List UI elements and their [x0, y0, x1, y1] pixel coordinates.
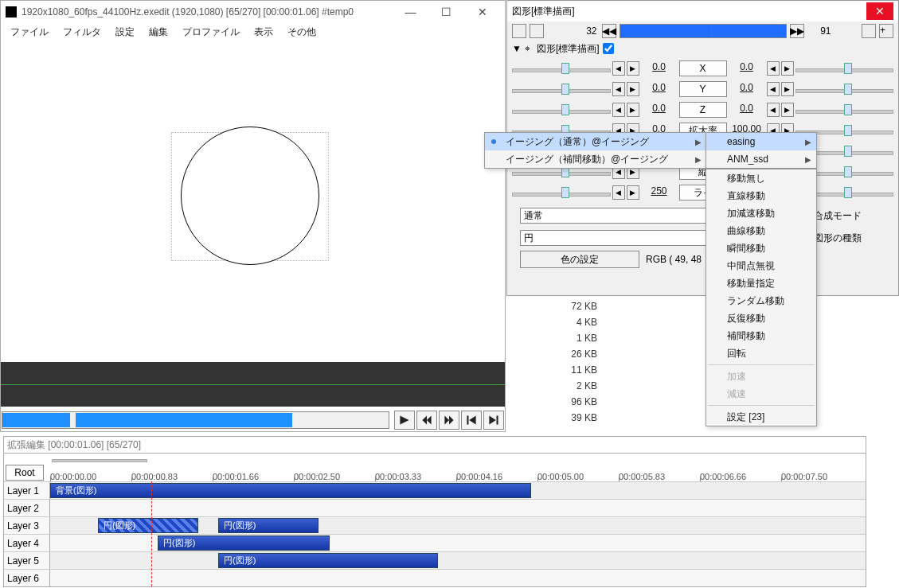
menu-file[interactable]: ファイル — [4, 24, 55, 41]
color-settings-button[interactable]: 色の設定 — [520, 251, 639, 268]
mouse-icon[interactable]: ⌖ — [525, 43, 530, 54]
increment-button[interactable]: ▶ — [781, 82, 794, 96]
property-titlebar[interactable]: 図形[標準描画] ✕ — [507, 1, 898, 21]
timeline-clip[interactable]: 円(図形) — [218, 518, 319, 533]
param-label-button[interactable]: Y — [679, 81, 727, 97]
property-close-button[interactable]: ✕ — [866, 2, 893, 20]
go-end-button[interactable] — [483, 411, 504, 430]
context-item[interactable]: easing▶ — [706, 133, 816, 150]
context-menu-scripts[interactable]: イージング（通常）@イージング ▶ イージング（補間移動）@イージング ▶ — [484, 132, 707, 169]
timeline-layer[interactable]: Layer 4円(図形) — [4, 534, 866, 551]
slider-right[interactable] — [795, 102, 894, 118]
layer-track[interactable]: 円(図形) — [50, 535, 866, 551]
layer-track[interactable] — [50, 570, 866, 586]
context-menu-movetype[interactable]: 移動無し直線移動加減速移動曲線移動瞬間移動中間点無視移動量指定ランダム移動反復移… — [706, 169, 817, 426]
increment-button[interactable]: ▶ — [627, 103, 639, 117]
context-item[interactable]: ANM_ssd▶ — [706, 150, 816, 168]
timeline-zoom-slider[interactable] — [52, 455, 147, 463]
increment-button[interactable]: ▶ — [781, 103, 794, 117]
slider-right[interactable] — [795, 81, 894, 97]
tool-icon-3[interactable] — [862, 24, 876, 38]
slider-left[interactable] — [512, 60, 611, 76]
decrement-button[interactable]: ◀ — [612, 61, 625, 76]
forward-button[interactable]: ▶▶ — [790, 24, 804, 38]
value-left[interactable]: 0.0 — [641, 82, 678, 96]
tool-icon-1[interactable] — [512, 24, 526, 38]
play-button[interactable] — [394, 411, 415, 430]
layer-name[interactable]: Layer 6 — [4, 570, 50, 586]
collapse-arrow-icon[interactable]: ▼ — [512, 43, 522, 54]
value-right[interactable]: 0.0 — [729, 61, 765, 76]
value-right[interactable]: 0.0 — [729, 103, 765, 117]
timeline-clip[interactable]: 背景(図形) — [50, 483, 531, 498]
context-item-easing-normal[interactable]: イージング（通常）@イージング ▶ — [485, 133, 706, 150]
slider-right[interactable] — [795, 60, 894, 76]
timeline-clip[interactable]: 円(図形) — [218, 553, 438, 568]
slider-left[interactable] — [512, 185, 611, 201]
timeline-layer[interactable]: Layer 5円(図形) — [4, 551, 866, 569]
menu-other[interactable]: その他 — [281, 24, 322, 41]
context-item-easing-interp[interactable]: イージング（補間移動）@イージング ▶ — [485, 150, 706, 168]
rewind-button[interactable]: ◀◀ — [602, 24, 616, 38]
increment-button[interactable]: ▶ — [627, 61, 639, 76]
context-item[interactable]: 直線移動 — [706, 187, 816, 204]
decrement-button[interactable]: ◀ — [767, 103, 780, 117]
context-item-settings[interactable]: 設定 [23] — [706, 408, 816, 426]
slider-left[interactable] — [512, 102, 611, 118]
layer-track[interactable]: 円(図形)円(図形) — [50, 517, 866, 534]
prev-frame-button[interactable] — [416, 411, 437, 430]
decrement-button[interactable]: ◀ — [767, 61, 780, 76]
tool-icon-2[interactable] — [530, 24, 544, 38]
menu-edit[interactable]: 編集 — [143, 24, 174, 41]
menu-profile[interactable]: プロファイル — [176, 24, 246, 41]
layer-track[interactable]: 背景(図形) — [50, 482, 866, 499]
layer-name[interactable]: Layer 1 — [4, 482, 50, 499]
play-track[interactable] — [2, 411, 389, 429]
layer-name[interactable]: Layer 3 — [4, 517, 50, 534]
context-item[interactable]: 回転 — [706, 345, 816, 362]
close-button[interactable]: ✕ — [464, 1, 500, 23]
timeline-layer[interactable]: Layer 6 — [4, 569, 866, 586]
context-item[interactable]: ランダム移動 — [706, 292, 816, 310]
timeline-cursor[interactable] — [151, 481, 152, 586]
layer-name[interactable]: Layer 4 — [4, 535, 50, 551]
layer-name[interactable]: Layer 5 — [4, 552, 50, 569]
timeline-ruler[interactable]: Root 00:00:00.0000:00:00.8300:00:01.6600… — [4, 453, 866, 481]
go-start-button[interactable] — [461, 411, 482, 430]
timeline-layer[interactable]: Layer 1背景(図形) — [4, 481, 866, 499]
menu-view[interactable]: 表示 — [248, 24, 279, 41]
minimize-button[interactable]: — — [393, 1, 428, 23]
next-frame-button[interactable] — [439, 411, 459, 430]
layer-name[interactable]: Layer 2 — [4, 500, 50, 516]
value-left[interactable]: 0.0 — [641, 103, 678, 117]
slider-left[interactable] — [512, 81, 611, 97]
context-item[interactable]: 反復移動 — [706, 310, 816, 327]
decrement-button[interactable]: ◀ — [612, 103, 625, 117]
value-left[interactable]: 0.0 — [641, 61, 678, 76]
value-left[interactable]: 250 — [641, 185, 678, 200]
context-item[interactable]: 補間移動 — [706, 327, 816, 345]
increment-button[interactable]: ▶ — [627, 185, 639, 200]
timeline-clip[interactable]: 円(図形) — [98, 518, 198, 533]
decrement-button[interactable]: ◀ — [612, 185, 625, 200]
property-enable-checkbox[interactable] — [603, 43, 614, 54]
tool-icon-4[interactable]: + — [879, 24, 893, 38]
timeline-root-button[interactable]: Root — [6, 465, 44, 481]
context-item[interactable]: 曲線移動 — [706, 222, 816, 239]
preview-canvas[interactable] — [1, 47, 505, 351]
layer-track[interactable]: 円(図形) — [50, 552, 866, 569]
param-label-button[interactable]: Z — [679, 102, 727, 118]
timeline-clip[interactable]: 円(図形) — [158, 535, 330, 551]
timeline-layer[interactable]: Layer 2 — [4, 499, 866, 516]
preview-titlebar[interactable]: 1920x1080_60fps_44100Hz.exedit (1920,108… — [1, 1, 505, 23]
context-menu-category[interactable]: easing▶ANM_ssd▶ — [706, 132, 817, 169]
context-item[interactable]: 加減速移動 — [706, 204, 816, 222]
timeline-layer[interactable]: Layer 3円(図形)円(図形) — [4, 516, 866, 534]
context-item[interactable]: 移動無し — [706, 169, 816, 187]
frame-progress[interactable] — [620, 24, 787, 38]
context-item[interactable]: 中間点無視 — [706, 257, 816, 275]
timeline-layers[interactable]: Layer 1背景(図形)Layer 2Layer 3円(図形)円(図形)Lay… — [4, 481, 866, 586]
maximize-button[interactable]: ☐ — [428, 1, 464, 23]
layer-track[interactable] — [50, 500, 866, 516]
param-label-button[interactable]: X — [679, 60, 727, 76]
